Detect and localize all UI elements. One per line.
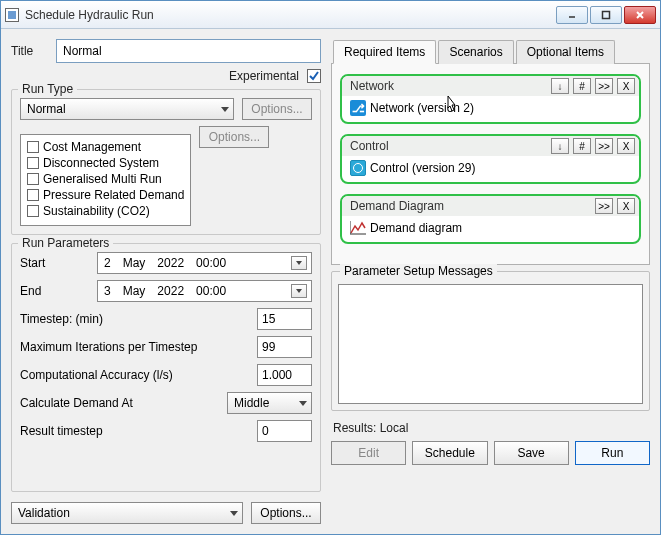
end-label: End [20, 284, 97, 298]
chevron-down-icon [299, 401, 307, 406]
run-type-select[interactable]: Normal [20, 98, 234, 120]
calendar-icon[interactable] [291, 284, 307, 298]
run-type-options-2[interactable]: Options... [199, 126, 269, 148]
network-item[interactable]: Network (version 2) [370, 101, 474, 115]
remove-button[interactable]: X [617, 78, 635, 94]
start-label: Start [20, 256, 97, 270]
control-card-title: Control [350, 139, 547, 153]
control-card: Control ↓ # >> X Control (version 29) [340, 134, 641, 184]
list-item: Cost Management [27, 139, 184, 155]
titlebar: Schedule Hydraulic Run [1, 1, 660, 29]
run-type-group: Run Type Normal Options... Cost Manageme… [11, 89, 321, 235]
run-parameters-legend: Run Parameters [18, 236, 113, 250]
demand-card: Demand Diagram >> X Demand diagram [340, 194, 641, 244]
hash-button[interactable]: # [573, 138, 591, 154]
list-item: Sustainability (CO2) [27, 203, 184, 219]
network-card: Network ↓ # >> X ⎇ Network (version 2) [340, 74, 641, 124]
checkbox[interactable] [27, 173, 39, 185]
tab-body: Network ↓ # >> X ⎇ Network (version 2) [331, 64, 650, 265]
validation-select[interactable]: Validation [11, 502, 243, 524]
timestep-label: Timestep: (min) [20, 312, 257, 326]
maxiter-label: Maximum Iterations per Timestep [20, 340, 257, 354]
expand-button[interactable]: >> [595, 138, 613, 154]
demand-item[interactable]: Demand diagram [370, 221, 462, 235]
run-type-legend: Run Type [18, 82, 77, 96]
title-label: Title [11, 44, 56, 58]
run-button[interactable]: Run [575, 441, 650, 465]
messages-box[interactable] [338, 284, 643, 404]
list-item: Generalised Multi Run [27, 171, 184, 187]
checkbox[interactable] [27, 205, 39, 217]
remove-button[interactable]: X [617, 138, 635, 154]
demand-icon [350, 220, 366, 236]
maxiter-input[interactable] [257, 336, 312, 358]
window: Schedule Hydraulic Run Title Experimenta… [0, 0, 661, 535]
control-icon [350, 160, 366, 176]
experimental-checkbox[interactable] [307, 69, 321, 83]
save-button[interactable]: Save [494, 441, 569, 465]
list-item: Disconnected System [27, 155, 184, 171]
result-ts-label: Result timestep [20, 424, 257, 438]
hash-button[interactable]: # [573, 78, 591, 94]
run-type-checklist[interactable]: Cost Management Disconnected System Gene… [20, 134, 191, 226]
tabs: Required Items Scenarios Optional Items [331, 39, 650, 64]
app-icon [5, 8, 19, 22]
checkbox[interactable] [27, 141, 39, 153]
svg-rect-1 [603, 11, 610, 18]
experimental-label: Experimental [229, 69, 299, 83]
end-date-picker[interactable]: 3 May 2022 00:00 [97, 280, 312, 302]
title-input[interactable] [56, 39, 321, 63]
validation-options-button[interactable]: Options... [251, 502, 321, 524]
edit-button[interactable]: Edit [331, 441, 406, 465]
checkbox[interactable] [27, 189, 39, 201]
close-button[interactable] [624, 6, 656, 24]
accuracy-label: Computational Accuracy (l/s) [20, 368, 257, 382]
minimize-button[interactable] [556, 6, 588, 24]
run-type-options-1[interactable]: Options... [242, 98, 312, 120]
tab-scenarios[interactable]: Scenarios [438, 40, 513, 64]
network-icon: ⎇ [350, 100, 366, 116]
accuracy-input[interactable] [257, 364, 312, 386]
down-button[interactable]: ↓ [551, 78, 569, 94]
calendar-icon[interactable] [291, 256, 307, 270]
calc-at-select[interactable]: Middle [227, 392, 312, 414]
messages-group: Parameter Setup Messages [331, 271, 650, 411]
calc-at-label: Calculate Demand At [20, 396, 227, 410]
expand-button[interactable]: >> [595, 78, 613, 94]
run-type-value: Normal [27, 102, 66, 116]
control-item[interactable]: Control (version 29) [370, 161, 475, 175]
result-ts-input[interactable] [257, 420, 312, 442]
tab-required-items[interactable]: Required Items [333, 40, 436, 64]
run-parameters-group: Run Parameters Start 2 May 2022 00:00 [11, 243, 321, 492]
chevron-down-icon [230, 511, 238, 516]
window-title: Schedule Hydraulic Run [25, 8, 556, 22]
timestep-input[interactable] [257, 308, 312, 330]
results-label: Results: Local [333, 421, 648, 435]
maximize-button[interactable] [590, 6, 622, 24]
expand-button[interactable]: >> [595, 198, 613, 214]
schedule-button[interactable]: Schedule [412, 441, 487, 465]
chevron-down-icon [221, 107, 229, 112]
tab-optional-items[interactable]: Optional Items [516, 40, 615, 64]
list-item: Pressure Related Demand [27, 187, 184, 203]
start-date-picker[interactable]: 2 May 2022 00:00 [97, 252, 312, 274]
demand-card-title: Demand Diagram [350, 199, 591, 213]
messages-legend: Parameter Setup Messages [340, 264, 497, 278]
down-button[interactable]: ↓ [551, 138, 569, 154]
remove-button[interactable]: X [617, 198, 635, 214]
checkbox[interactable] [27, 157, 39, 169]
network-card-title: Network [350, 79, 547, 93]
